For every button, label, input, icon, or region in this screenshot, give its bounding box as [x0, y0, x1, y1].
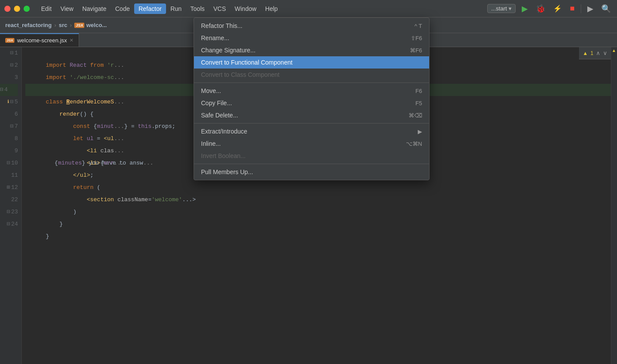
menu-item-label: Refactor This... — [201, 22, 243, 29]
menu-item-shortcut: ⌘⌫ — [409, 112, 422, 119]
tab-close-button[interactable]: ✕ — [69, 38, 73, 43]
breadcrumb-src[interactable]: src — [59, 22, 68, 28]
menu-item-pull-members-up[interactable]: Pull Members Up... — [194, 166, 429, 178]
line-number-2: ⊟ 2 — [10, 59, 18, 72]
maximize-button[interactable] — [24, 6, 30, 12]
coverage-button[interactable]: ⚡ — [551, 3, 564, 14]
menu-item-label: Safe Delete... — [201, 112, 238, 119]
menu-item-move[interactable]: Move... F6 — [194, 85, 429, 97]
menu-item-label: Convert to Functional Component — [201, 59, 292, 66]
warning-icon: ▲ — [582, 50, 588, 56]
search-everywhere-button[interactable]: 🔍 — [600, 3, 613, 14]
menu-item-shortcut: F6 — [416, 88, 422, 94]
menu-item-label: Pull Members Up... — [201, 168, 253, 175]
close-button[interactable] — [4, 6, 10, 12]
line-number-5: ℹ ⊟ 5 — [7, 96, 18, 108]
menu-item-label: Extract/Introduce — [201, 128, 247, 135]
annotation-nav-up[interactable]: ∧ — [596, 50, 600, 56]
menu-item-change-signature[interactable]: Change Signature... ⌘F6 — [194, 44, 429, 56]
breadcrumb-sep-1: › — [54, 22, 56, 28]
menu-item-shortcut: ▶ — [418, 128, 422, 135]
menu-divider-2 — [194, 123, 429, 124]
line-number-12: ⊞ 12 — [7, 182, 18, 194]
breadcrumb-project[interactable]: react_refactoring — [5, 22, 52, 28]
line-number-4: ⊟ 4 — [0, 84, 18, 96]
line-number-11: 11 — [11, 169, 18, 182]
menu-item-invert-boolean: Invert Boolean... — [194, 150, 429, 162]
menu-bar: Edit View Navigate Code Refactor Run Too… — [0, 0, 617, 17]
menu-window[interactable]: Window — [230, 3, 261, 14]
line-number-gutter: ⊟ 1 ⊟ 2 3 ⊟ 4 ℹ ⊟ 5 6 ⊟ 7 8 9 — [0, 47, 22, 364]
line-number-10: ⊟ 10 — [7, 157, 18, 169]
run-button[interactable]: ▶ — [520, 3, 530, 14]
traffic-lights — [4, 6, 30, 12]
menu-help[interactable]: Help — [261, 3, 282, 14]
tab-label: welcome-screen.jsx — [17, 37, 67, 44]
menu-item-safe-delete[interactable]: Safe Delete... ⌘⌫ — [194, 109, 429, 121]
menu-item-label: Change Signature... — [201, 47, 256, 54]
annotation-nav-down[interactable]: ∨ — [603, 50, 607, 56]
menu-vcs[interactable]: VCS — [209, 3, 230, 14]
menu-item-extract-introduce[interactable]: Extract/Introduce ▶ — [194, 125, 429, 137]
code-line-12: <section className='welcome'...> — [25, 182, 611, 194]
stop-button[interactable]: ■ — [568, 3, 576, 14]
menu-item-label: Copy File... — [201, 100, 232, 106]
menu-divider-1 — [194, 82, 429, 83]
tab-jsx-badge: JSX — [5, 38, 14, 43]
menu-item-label: Inline... — [201, 140, 221, 147]
margin-warning-icon: ▲ — [612, 48, 616, 53]
tab-welcome-screen[interactable]: JSX welcome-screen.jsx ✕ — [0, 33, 79, 47]
line-number-22: 22 — [11, 194, 18, 206]
menu-refactor[interactable]: Refactor — [134, 3, 166, 14]
jsx-badge: JSX — [74, 23, 84, 28]
code-line-24: } — [25, 218, 611, 230]
menu-item-shortcut: ⌥⌘N — [406, 141, 422, 147]
menu-item-shortcut: F5 — [416, 100, 422, 106]
minimize-button[interactable] — [14, 6, 20, 12]
menu-item-label: Invert Boolean... — [201, 152, 246, 159]
line-number-7: ⊟ 7 — [10, 120, 18, 133]
menu-tools[interactable]: Tools — [186, 3, 209, 14]
menu-item-label: Convert to Class Component — [201, 71, 280, 78]
run-config-label: ...start — [491, 5, 507, 12]
menu-item-copy-file[interactable]: Copy File... F5 — [194, 97, 429, 109]
menu-item-label: Move... — [201, 87, 221, 94]
menu-item-label: Rename... — [201, 34, 229, 41]
warning-count: 1 — [590, 50, 593, 56]
run-dashboard-button[interactable]: ▶ — [586, 3, 595, 14]
line-number-1: ⊟ 1 — [10, 47, 18, 59]
menu-item-rename[interactable]: Rename... ⇧F6 — [194, 32, 429, 44]
run-config-selector[interactable]: ...start ▾ — [487, 4, 516, 13]
menu-edit[interactable]: Edit — [37, 3, 56, 14]
line-number-9: 9 — [14, 145, 18, 157]
menu-view[interactable]: View — [56, 3, 78, 14]
line-number-3: 3 — [14, 72, 18, 84]
breadcrumb-sep-2: › — [70, 22, 72, 28]
menu-item-inline[interactable]: Inline... ⌥⌘N — [194, 137, 429, 150]
menu-code[interactable]: Code — [111, 3, 134, 14]
refactor-dropdown-menu: Refactor This... ^ T Rename... ⇧F6 Chang… — [194, 17, 430, 180]
annotation-bar: ▲ 1 ∧ ∨ — [579, 47, 611, 59]
code-line-23: } — [25, 206, 611, 218]
breadcrumb-file: JSX welco... — [74, 22, 107, 28]
menu-navigate[interactable]: Navigate — [78, 3, 111, 14]
line-number-6: 6 — [14, 108, 18, 120]
menu-item-shortcut: ⇧F6 — [411, 35, 422, 41]
line-number-23: ⊟ 23 — [7, 206, 18, 218]
run-config-dropdown-icon: ▾ — [509, 5, 512, 12]
line-number-24: ⊟ 24 — [7, 218, 18, 230]
menu-item-shortcut: ^ T — [415, 23, 422, 29]
menu-item-refactor-this[interactable]: Refactor This... ^ T — [194, 20, 429, 32]
menu-run[interactable]: Run — [166, 3, 186, 14]
breadcrumb-filename[interactable]: welco... — [86, 22, 107, 28]
right-indicator-bar: ▲ — [611, 47, 617, 364]
menu-divider-3 — [194, 164, 429, 164]
menu-item-convert-class: Convert to Class Component — [194, 69, 429, 81]
line-number-8: 8 — [14, 133, 18, 145]
menu-item-convert-functional[interactable]: Convert to Functional Component — [194, 56, 429, 69]
menu-item-shortcut: ⌘F6 — [410, 47, 422, 54]
debug-button[interactable]: 🐞 — [534, 3, 547, 14]
